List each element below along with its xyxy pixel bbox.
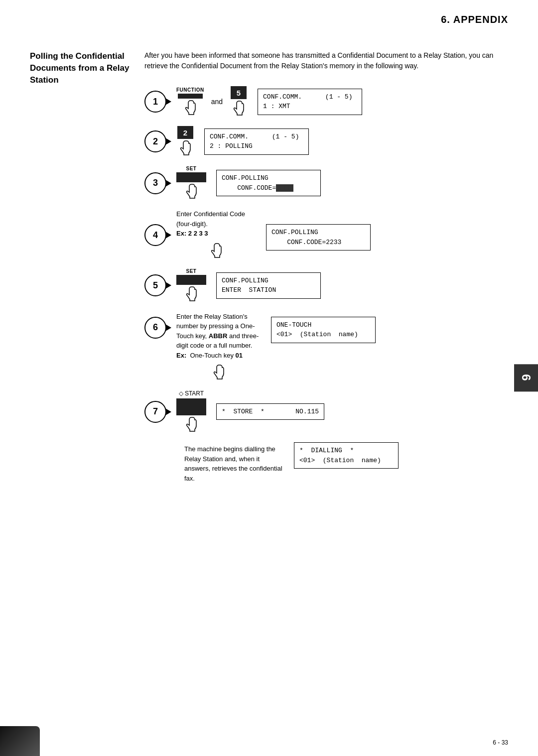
num2-btn-container: 2 (176, 126, 194, 157)
step-badge-3: 3 (144, 172, 166, 194)
screen-2: CONF.COMM. (1 - 5)2 : POLLING (204, 128, 309, 155)
hand-icon-3 (182, 182, 200, 200)
step-row-4: 4 Enter Confidential Code (four-digit).E… (144, 209, 508, 259)
start-btn-container: ◇ START (176, 390, 206, 433)
screen-1: CONF.COMM. (1 - 5)1 : XMT (258, 89, 362, 115)
step-row-2: 2 2 CONF.COMM. (1 - 5)2 : POLLING (144, 126, 508, 157)
step-badge-6: 6 (144, 317, 166, 339)
start-diamond-icon: ◇ (179, 390, 183, 397)
set-btn-container-5: SET (176, 268, 206, 303)
screen-7: * STORE * NO.115 (216, 403, 324, 420)
function-button[interactable] (178, 94, 203, 99)
num2-button[interactable]: 2 (177, 126, 193, 139)
function-btn-label: FUNCTION (176, 87, 204, 93)
hand-icon-4 (207, 242, 225, 259)
step-badge-5: 5 (144, 274, 166, 296)
side-tab: 6 (514, 364, 538, 391)
section-title: Polling the Confidential Documents from … (30, 50, 130, 86)
step-row-5: 5 SET CONF.POLLINGENTER STATION (144, 268, 508, 303)
step-badge-wrap-6: 6 (144, 317, 166, 339)
step-badge-wrap-3: 3 (144, 172, 166, 194)
step4-desc: Enter Confidential Code (four-digit).Ex:… (176, 209, 256, 239)
hand-icon-1 (181, 99, 199, 117)
step-icons-5: SET (176, 268, 206, 303)
screen-6: ONE-TOUCH<01> (Station name) (271, 317, 376, 343)
and-text: and (211, 98, 223, 106)
hand-icon-6 (210, 363, 228, 381)
start-label: ◇ START (179, 390, 204, 397)
set-button-5[interactable] (176, 275, 206, 285)
step-badge-7: 7 (144, 401, 166, 423)
left-section: Polling the Confidential Documents from … (30, 50, 130, 492)
set-btn-container-3: SET (176, 166, 206, 200)
step-badge-2: 2 (144, 130, 166, 152)
step-row-6: 6 Enter the Relay Station's number by pr… (144, 312, 508, 381)
start-text: START (185, 390, 204, 397)
hand-icon-1b (230, 99, 248, 117)
step4-icon-area: Enter Confidential Code (four-digit).Ex:… (176, 209, 256, 259)
num5-button[interactable]: 5 (231, 86, 247, 99)
page-number: 6 - 33 (493, 739, 508, 746)
step-badge-1: 1 (144, 91, 166, 113)
step-row-3: 3 SET CONF.POLLING CONF.CODE=■■■■ (144, 166, 508, 200)
step-icons-1: FUNCTION and 5 (176, 86, 248, 117)
right-section: After you have been informed that someon… (144, 50, 508, 492)
step6-desc: Enter the Relay Station's number by pres… (176, 312, 261, 361)
screen-5: CONF.POLLINGENTER STATION (216, 272, 321, 299)
step-row-7: 7 ◇ START * STORE * (144, 390, 508, 433)
screen-bottom: * DIALLING *<01> (Station name) (294, 442, 399, 469)
step-icons-2: 2 (176, 126, 194, 157)
steps-area: 1 FUNCTION (144, 86, 508, 492)
step-row-bottom: The machine begins dialling the Relay St… (184, 442, 508, 483)
step6-icon-area: Enter the Relay Station's number by pres… (176, 312, 261, 381)
step-badge-wrap-5: 5 (144, 274, 166, 296)
num5-btn-container: 5 (230, 86, 248, 117)
step-badge-wrap-1: 1 (144, 91, 166, 113)
screen-3: CONF.POLLING CONF.CODE=■■■■ (216, 170, 321, 196)
intro-text: After you have been informed that someon… (144, 50, 508, 71)
screen-4: CONF.POLLING CONF.CODE=2233 (266, 224, 371, 251)
step-badge-wrap-7: 7 (144, 401, 166, 423)
hand-icon-7 (182, 415, 200, 433)
step-badge-4: 4 (144, 224, 166, 246)
step-icons-7: ◇ START (176, 390, 206, 433)
step-icons-3: SET (176, 166, 206, 200)
set-btn-label-5: SET (186, 268, 197, 274)
set-button-3[interactable] (176, 172, 206, 182)
hand-icon-2 (176, 139, 194, 157)
step-badge-wrap-4: 4 (144, 224, 166, 246)
bottom-desc: The machine begins dialling the Relay St… (184, 444, 284, 483)
main-content: Polling the Confidential Documents from … (0, 25, 538, 512)
step-row-1: 1 FUNCTION (144, 86, 508, 117)
set-btn-label-3: SET (186, 166, 197, 171)
step-badge-wrap-2: 2 (144, 130, 166, 152)
start-button[interactable] (176, 398, 206, 415)
page-header: 6. APPENDIX (0, 0, 538, 25)
function-btn-container: FUNCTION (176, 87, 204, 117)
bottom-corner-decoration (0, 726, 40, 756)
hand-icon-5 (182, 285, 200, 303)
